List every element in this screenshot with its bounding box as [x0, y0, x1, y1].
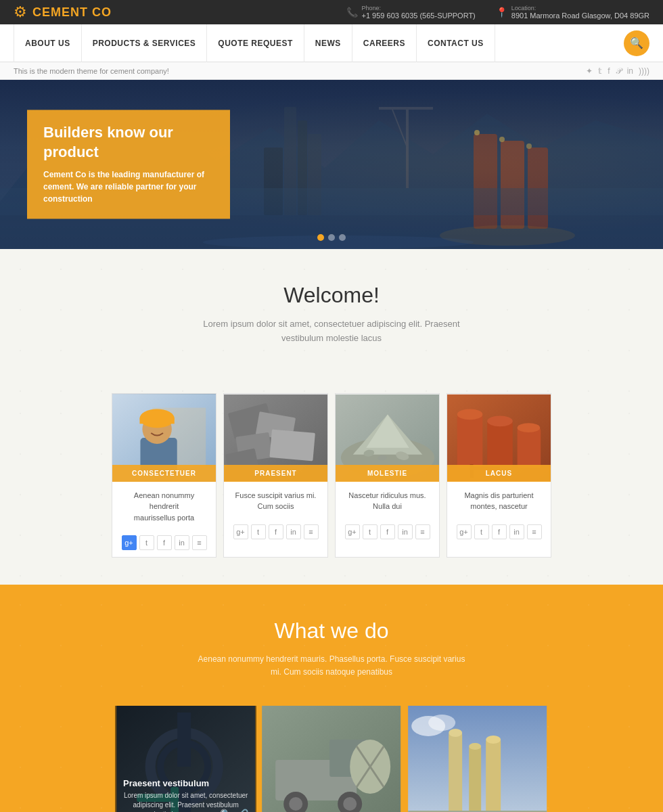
- nav-links: ABOUT US PRODUCTS & SERVICES QUOTE REQUE…: [14, 24, 495, 62]
- location-info: 📍 Location: 8901 Marmora Road Glasgow, D…: [496, 5, 649, 20]
- sinaweibo-icon[interactable]: ✦: [586, 66, 593, 76]
- svg-point-65: [449, 729, 462, 737]
- hero-dot-2[interactable]: [328, 234, 335, 241]
- svg-point-59: [343, 797, 357, 811]
- hero-dot-1[interactable]: [317, 234, 324, 241]
- search-button[interactable]: 🔍: [624, 30, 649, 56]
- location-label: Location:: [511, 5, 649, 12]
- search-icon: 🔍: [630, 37, 643, 49]
- twitter-top-icon[interactable]: 𝕥: [598, 66, 602, 76]
- card-4-rss[interactable]: ≡: [527, 524, 542, 539]
- svg-rect-66: [469, 746, 481, 812]
- nav-item-careers[interactable]: CAREERS: [352, 24, 417, 62]
- card-4-body: Magnis dis parturient montes, nascetur: [447, 482, 551, 524]
- card-2: PRAESENT Fusce suscipit varius mi. Cum s…: [223, 393, 328, 558]
- svg-point-22: [139, 409, 174, 428]
- card-4-desc: Magnis dis parturient montes, nascetur: [454, 490, 544, 512]
- card-3: MOLESTIE Nascetur ridiculus mus. Nulla d…: [335, 393, 440, 558]
- card-3-twitter[interactable]: t: [363, 524, 378, 539]
- svg-point-69: [486, 736, 501, 744]
- hero-content: Builders know our product Cement Co is t…: [27, 110, 230, 219]
- card-2-twitter[interactable]: t: [251, 524, 266, 539]
- card-1-body: Aenean nonummy hendrerit maurissellus po…: [112, 482, 216, 536]
- svg-rect-38: [457, 414, 483, 468]
- card-4-linkedin[interactable]: in: [509, 524, 524, 539]
- ticker-text: This is the modern theme for cement comp…: [14, 67, 169, 75]
- logo[interactable]: ⚙ CEMENT CO: [14, 3, 112, 21]
- svg-rect-7: [501, 141, 524, 229]
- card-3-facebook[interactable]: f: [380, 524, 395, 539]
- logo-gear-icon: ⚙: [14, 3, 27, 21]
- card-2-linkedin[interactable]: in: [286, 524, 301, 539]
- hero-title: Builders know our product: [43, 123, 214, 162]
- svg-rect-64: [449, 733, 462, 812]
- link-icon[interactable]: 🔗: [237, 809, 248, 812]
- svg-point-14: [526, 143, 532, 149]
- card-2-rss[interactable]: ≡: [304, 524, 319, 539]
- card-3-desc: Nascetur ridiculus mus. Nulla dui: [342, 490, 432, 512]
- pinterest-top-icon[interactable]: 𝒫: [616, 66, 622, 76]
- brand-name: CEMENT CO: [32, 5, 112, 20]
- card-4: LACUS Magnis dis parturient montes, nasc…: [447, 393, 551, 558]
- facebook-top-icon[interactable]: f: [608, 66, 610, 76]
- nav-item-about[interactable]: ABOUT US: [14, 24, 82, 62]
- rss-top-icon[interactable]: )))): [639, 66, 649, 76]
- portfolio-item-2[interactable]: [260, 706, 402, 812]
- card-1-image: CONSECTETUER: [112, 394, 216, 482]
- card-1-desc: Aenean nonummy hendrerit maurissellus po…: [119, 490, 209, 524]
- card-3-rss[interactable]: ≡: [415, 524, 430, 539]
- card-4-facebook[interactable]: f: [492, 524, 507, 539]
- svg-rect-42: [518, 428, 541, 468]
- portfolio-inner-1: Praesent vestibulum Lorem ipsum dolor si…: [115, 706, 256, 812]
- svg-rect-28: [269, 429, 315, 461]
- phone-value: +1 959 603 6035 (565-SUPPORT): [362, 12, 476, 20]
- card-1-rss[interactable]: ≡: [192, 535, 207, 550]
- portfolio-img-3: [407, 706, 548, 812]
- what-title: What we do: [14, 618, 649, 644]
- portfolio-img-2: [260, 706, 402, 812]
- svg-rect-23: [139, 418, 174, 424]
- card-2-gplus[interactable]: g+: [233, 524, 248, 539]
- top-bar: ⚙ CEMENT CO 📞 Phone: +1 959 603 6035 (56…: [0, 0, 663, 24]
- card-4-gplus[interactable]: g+: [457, 524, 472, 539]
- zoom-icon[interactable]: 🔍: [220, 809, 231, 812]
- card-1-twitter[interactable]: t: [139, 535, 154, 550]
- portfolio-item-3[interactable]: [407, 706, 548, 812]
- card-3-linkedin[interactable]: in: [398, 524, 413, 539]
- svg-point-57: [289, 797, 302, 811]
- card-1-gplus[interactable]: g+: [122, 535, 137, 550]
- social-icons-top: ✦ 𝕥 f 𝒫 in )))): [586, 66, 649, 76]
- nav-item-contact[interactable]: CONTACT US: [417, 24, 495, 62]
- portfolio-item-1[interactable]: Praesent vestibulum Lorem ipsum dolor si…: [115, 706, 256, 812]
- card-2-desc: Fusce suscipit varius mi. Cum sociis: [231, 490, 321, 512]
- card-4-twitter[interactable]: t: [474, 524, 489, 539]
- card-3-gplus[interactable]: g+: [345, 524, 360, 539]
- svg-rect-40: [487, 421, 513, 468]
- welcome-description: Lorem ipsum dolor sit amet, consectetuer…: [196, 317, 467, 346]
- nav-item-quote[interactable]: QUOTE REQUEST: [207, 24, 304, 62]
- navigation: ABOUT US PRODUCTS & SERVICES QUOTE REQUE…: [0, 24, 663, 62]
- hero-dot-3[interactable]: [339, 234, 346, 241]
- ticker-bar: This is the modern theme for cement comp…: [0, 62, 663, 80]
- what-description: Aenean nonummy hendrerit mauris. Phasell…: [196, 653, 467, 679]
- hero-section: Builders know our product Cement Co is t…: [0, 80, 663, 249]
- svg-rect-10: [379, 107, 433, 110]
- phone-info: 📞 Phone: +1 959 603 6035 (565-SUPPORT): [346, 5, 476, 20]
- what-we-do-section: What we do Aenean nonummy hendrerit maur…: [0, 585, 663, 812]
- hero-dots: [317, 234, 346, 241]
- card-2-badge: PRAESENT: [224, 465, 327, 482]
- card-1-facebook[interactable]: f: [157, 535, 172, 550]
- card-4-badge: LACUS: [447, 465, 551, 482]
- linkedin-top-icon[interactable]: in: [627, 66, 633, 76]
- card-2-facebook[interactable]: f: [269, 524, 283, 539]
- card-1-linkedin[interactable]: in: [175, 535, 189, 550]
- cards-row: CONSECTETUER Aenean nonummy hendrerit ma…: [0, 393, 663, 585]
- nav-item-products[interactable]: PRODUCTS & SERVICES: [82, 24, 208, 62]
- card-3-socials: g+ t f in ≡: [336, 524, 439, 546]
- card-2-image: PRAESENT: [224, 394, 327, 482]
- card-1-socials: g+ t f in ≡: [112, 535, 216, 557]
- nav-item-news[interactable]: NEWS: [304, 24, 352, 62]
- card-4-socials: g+ t f in ≡: [447, 524, 551, 546]
- portfolio-overlay-1: Praesent vestibulum Lorem ipsum dolor si…: [115, 706, 256, 812]
- svg-point-41: [487, 415, 513, 426]
